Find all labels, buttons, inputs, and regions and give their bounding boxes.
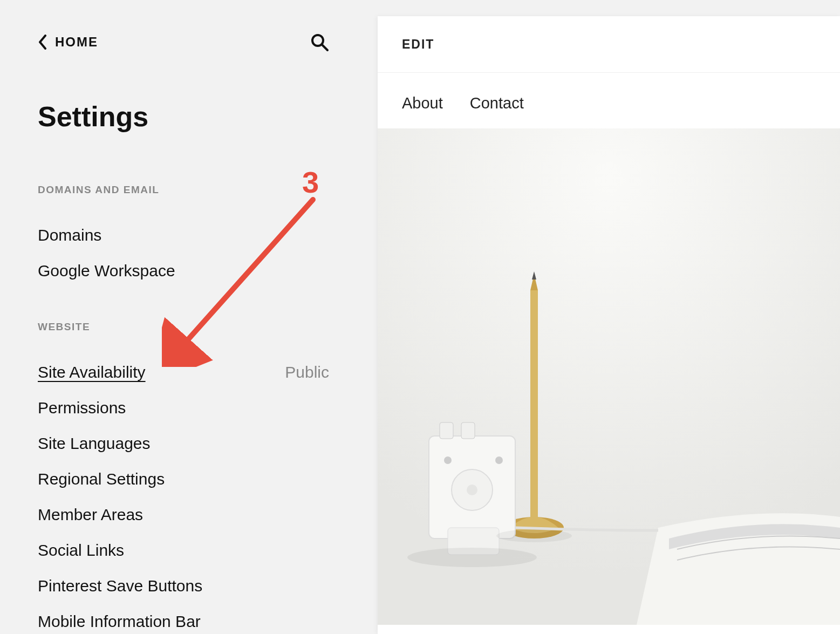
menu-item-domains[interactable]: Domains xyxy=(38,217,329,253)
menu-item-label: Google Workspace xyxy=(38,262,175,280)
menu-item-label: Regional Settings xyxy=(38,470,165,488)
svg-point-15 xyxy=(407,548,537,567)
svg-point-12 xyxy=(452,469,493,510)
svg-rect-8 xyxy=(440,422,453,439)
section-header-website: WEBSITE xyxy=(38,321,329,333)
site-preview-panel: EDIT About Contact xyxy=(378,16,840,634)
menu-item-label: Pinterest Save Buttons xyxy=(38,577,202,595)
svg-marker-5 xyxy=(530,274,538,290)
menu-item-label: Member Areas xyxy=(38,506,143,524)
menu-item-mobile-information-bar[interactable]: Mobile Information Bar xyxy=(38,604,329,634)
menu-item-label: Permissions xyxy=(38,399,126,417)
nav-link-contact[interactable]: Contact xyxy=(470,94,524,112)
search-icon[interactable] xyxy=(310,32,329,52)
preview-site-nav: About Contact xyxy=(378,73,840,128)
menu-item-label: Social Links xyxy=(38,541,124,560)
svg-point-16 xyxy=(496,529,572,542)
menu-item-label: Mobile Information Bar xyxy=(38,612,201,631)
home-back-link[interactable]: HOME xyxy=(38,35,98,50)
svg-line-1 xyxy=(322,45,327,50)
hero-illustration xyxy=(378,128,840,625)
sidebar-top: HOME xyxy=(38,32,329,52)
svg-point-10 xyxy=(444,456,452,464)
hero-subtitle: Welcom introduc xyxy=(596,313,840,376)
menu-item-pinterest-save-buttons[interactable]: Pinterest Save Buttons xyxy=(38,568,329,604)
edit-button[interactable]: EDIT xyxy=(402,37,434,52)
hero-line-1: Welcom xyxy=(718,313,840,345)
hero-line-2: introduc xyxy=(718,345,840,376)
menu-item-label: Site Availability xyxy=(38,363,146,381)
svg-point-11 xyxy=(495,456,503,464)
svg-rect-14 xyxy=(448,528,499,555)
menu-item-social-links[interactable]: Social Links xyxy=(38,533,329,568)
section-header-domains-email: DOMAINS AND EMAIL xyxy=(38,184,329,196)
menu-item-value: Public xyxy=(285,363,329,381)
svg-rect-7 xyxy=(429,436,515,538)
svg-rect-9 xyxy=(461,422,475,439)
nav-link-about[interactable]: About xyxy=(402,94,443,112)
svg-rect-2 xyxy=(378,128,840,625)
page-title: Settings xyxy=(38,100,329,133)
home-label: HOME xyxy=(55,35,98,50)
menu-item-site-languages[interactable]: Site Languages xyxy=(38,426,329,461)
svg-point-3 xyxy=(504,517,564,538)
menu-item-google-workspace[interactable]: Google Workspace xyxy=(38,253,329,289)
menu-item-label: Domains xyxy=(38,226,101,244)
menu-item-member-areas[interactable]: Member Areas xyxy=(38,497,329,533)
settings-sidebar: HOME Settings DOMAINS AND EMAIL Domains … xyxy=(0,0,367,634)
hero-section: Introdu Welcom introduc xyxy=(378,128,840,625)
svg-marker-6 xyxy=(532,271,536,279)
preview-topbar: EDIT xyxy=(378,16,840,73)
menu-item-label: Site Languages xyxy=(38,434,151,453)
svg-point-13 xyxy=(467,485,477,495)
hero-title: Introdu xyxy=(596,215,840,289)
menu-item-site-availability[interactable]: Site Availability Public xyxy=(38,355,329,390)
menu-item-permissions[interactable]: Permissions xyxy=(38,390,329,426)
menu-item-regional-settings[interactable]: Regional Settings xyxy=(38,461,329,497)
chevron-left-icon xyxy=(38,35,47,50)
svg-rect-4 xyxy=(530,290,538,522)
